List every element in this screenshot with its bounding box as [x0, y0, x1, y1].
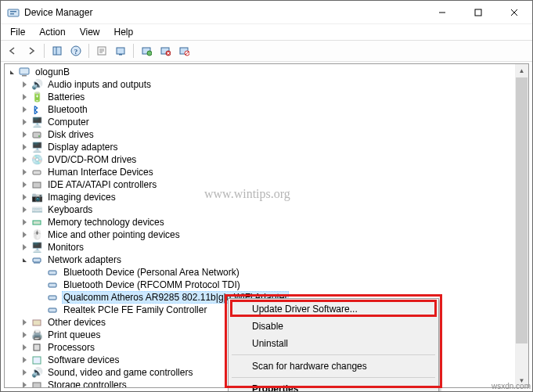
- tree-item[interactable]: 🔋Batteries: [5, 91, 514, 103]
- ctx-properties[interactable]: Properties: [230, 380, 437, 392]
- bluetooth-icon: [31, 103, 43, 116]
- expand-icon[interactable]: [20, 256, 29, 264]
- storage-icon: [31, 379, 43, 388]
- svg-rect-32: [33, 221, 41, 225]
- vertical-scrollbar[interactable]: ▲ ▼: [515, 64, 528, 387]
- expand-icon[interactable]: [20, 168, 29, 177]
- svg-rect-27: [22, 75, 27, 77]
- svg-point-29: [38, 135, 40, 137]
- hid-icon: [31, 166, 43, 178]
- tree-item[interactable]: Bluetooth Device (RFCOMM Protocol TDI): [5, 279, 514, 291]
- svg-rect-26: [20, 68, 29, 74]
- expand-icon[interactable]: [20, 318, 29, 327]
- ctx-uninstall[interactable]: Uninstall: [230, 335, 437, 352]
- expand-icon[interactable]: [20, 131, 29, 139]
- tree-item-network[interactable]: Network adapters: [5, 254, 514, 266]
- expand-icon[interactable]: [20, 81, 29, 89]
- network-adapter-icon: [46, 266, 59, 279]
- disable-button[interactable]: [175, 42, 193, 59]
- tree-item[interactable]: 🖥️Display adapters: [5, 141, 514, 153]
- uninstall-button[interactable]: [157, 42, 174, 59]
- expand-icon[interactable]: [20, 206, 29, 214]
- network-adapter-icon: [46, 279, 59, 291]
- expand-icon[interactable]: [20, 381, 29, 389]
- software-icon: [31, 354, 43, 366]
- expand-icon[interactable]: [20, 193, 29, 202]
- computer-icon: 🖥️: [31, 116, 43, 128]
- toolbar: ?: [1, 40, 532, 62]
- show-hide-tree-button[interactable]: [49, 42, 66, 59]
- ctx-scan[interactable]: Scan for hardware changes: [230, 358, 437, 375]
- svg-rect-35: [49, 271, 56, 275]
- expand-icon[interactable]: [20, 106, 29, 114]
- keyboard-icon: ⌨️: [31, 203, 43, 216]
- tree-item[interactable]: Bluetooth: [5, 103, 514, 116]
- svg-rect-38: [49, 308, 56, 312]
- scroll-track[interactable]: [515, 77, 528, 374]
- expand-icon[interactable]: [20, 231, 29, 239]
- expand-icon[interactable]: [20, 218, 29, 227]
- ctx-separator: [232, 354, 435, 355]
- maximize-button[interactable]: [460, 1, 496, 23]
- disk-icon: [31, 128, 43, 141]
- tree-root[interactable]: ologunB: [5, 66, 514, 78]
- expand-icon[interactable]: [20, 343, 29, 352]
- tree-item[interactable]: 🖱️Mice and other pointing devices: [5, 228, 514, 241]
- back-button[interactable]: [4, 42, 21, 59]
- ctx-update-driver[interactable]: Update Driver Software...: [230, 300, 437, 318]
- menu-file[interactable]: File: [4, 25, 31, 39]
- svg-text:?: ?: [74, 48, 78, 56]
- expand-icon[interactable]: [20, 156, 29, 164]
- memory-icon: [31, 216, 43, 228]
- tree-item[interactable]: Disk drives: [5, 128, 514, 141]
- tree-item[interactable]: 📷Imaging devices: [5, 191, 514, 203]
- tree-item[interactable]: ⌨️Keyboards: [5, 203, 514, 216]
- menu-help[interactable]: Help: [108, 25, 140, 39]
- expand-icon[interactable]: [20, 143, 29, 152]
- scroll-up-button[interactable]: ▲: [515, 64, 528, 77]
- expand-icon[interactable]: [20, 93, 29, 102]
- battery-icon: 🔋: [31, 91, 43, 103]
- tree-item[interactable]: 🔊Audio inputs and outputs: [5, 78, 514, 91]
- window-title: Device Manager: [24, 7, 424, 18]
- tree-item[interactable]: Human Interface Devices: [5, 166, 514, 178]
- tree-item[interactable]: 🖥️Computer: [5, 116, 514, 128]
- properties-button[interactable]: [93, 42, 110, 59]
- expand-icon[interactable]: [20, 369, 29, 377]
- scroll-thumb[interactable]: [516, 77, 528, 343]
- other-icon: [31, 316, 43, 329]
- imaging-icon: 📷: [31, 191, 43, 203]
- minimize-button[interactable]: [424, 1, 460, 23]
- menu-action[interactable]: Action: [33, 25, 71, 39]
- forward-button[interactable]: [23, 42, 40, 59]
- expand-icon[interactable]: [8, 68, 16, 77]
- svg-point-18: [147, 51, 152, 56]
- context-menu: Update Driver Software... Disable Uninst…: [228, 298, 439, 392]
- tree-item[interactable]: Memory technology devices: [5, 216, 514, 228]
- dvd-icon: 💿: [31, 153, 43, 166]
- tree-item[interactable]: Bluetooth Device (Personal Area Network): [5, 266, 514, 279]
- expand-icon[interactable]: [20, 243, 29, 252]
- expand-icon[interactable]: [20, 331, 29, 340]
- refresh-button[interactable]: [112, 42, 129, 59]
- expand-icon[interactable]: [20, 356, 29, 365]
- expand-icon[interactable]: [20, 181, 29, 189]
- app-icon: [7, 6, 20, 19]
- svg-rect-16: [119, 54, 122, 56]
- expand-icon[interactable]: [20, 118, 29, 127]
- help-button[interactable]: ?: [67, 42, 85, 59]
- svg-rect-30: [33, 171, 41, 174]
- tree-item[interactable]: 🖥️Monitors: [5, 241, 514, 254]
- network-icon: [31, 254, 43, 266]
- title-bar: Device Manager: [1, 1, 532, 24]
- attribution: wsxdn.com: [492, 382, 531, 390]
- svg-rect-7: [53, 47, 61, 55]
- svg-rect-0: [8, 9, 19, 16]
- close-button[interactable]: [496, 1, 532, 23]
- menu-view[interactable]: View: [74, 25, 106, 39]
- update-driver-button[interactable]: [138, 42, 155, 59]
- tree-item[interactable]: 💿DVD/CD-ROM drives: [5, 153, 514, 166]
- ctx-disable[interactable]: Disable: [230, 318, 437, 335]
- display-icon: 🖥️: [31, 141, 43, 153]
- tree-item[interactable]: IDE ATA/ATAPI controllers: [5, 178, 514, 191]
